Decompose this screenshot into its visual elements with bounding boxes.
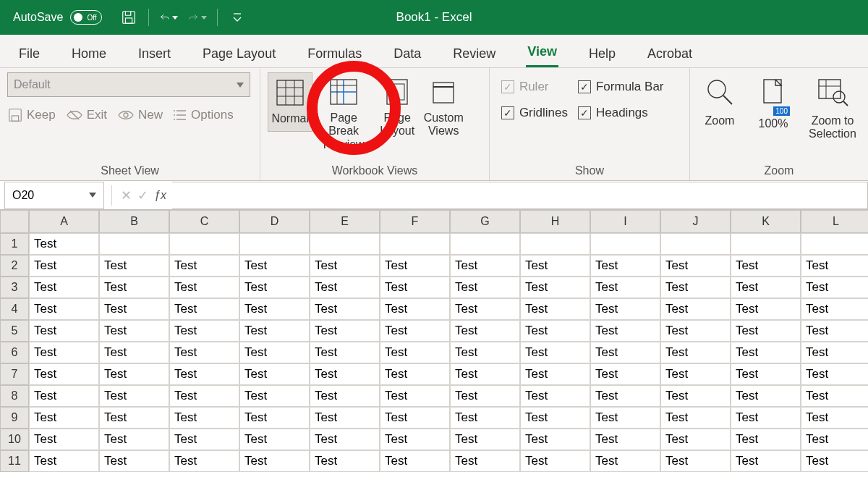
cell[interactable]: Test <box>660 407 731 429</box>
column-header[interactable]: E <box>310 210 380 233</box>
select-all-corner[interactable] <box>0 210 29 233</box>
cell[interactable]: Test <box>29 320 99 342</box>
cell[interactable]: Test <box>660 385 731 407</box>
cell[interactable]: Test <box>99 255 169 277</box>
cell[interactable]: Test <box>29 277 99 298</box>
cell[interactable]: Test <box>99 298 169 320</box>
cell[interactable]: Test <box>731 320 801 342</box>
fx-icon[interactable]: ƒx <box>154 189 166 202</box>
cell[interactable]: Test <box>450 255 520 277</box>
cell[interactable]: Test <box>239 342 310 363</box>
headings-checkbox[interactable]: ✓ Headings <box>578 106 664 120</box>
keep-button[interactable]: Keep <box>7 107 56 123</box>
cell[interactable] <box>169 233 239 255</box>
cancel-icon[interactable]: ✕ <box>121 187 132 203</box>
cell[interactable] <box>520 233 590 255</box>
tab-insert[interactable]: Insert <box>137 41 172 67</box>
page-break-preview-button[interactable]: Page Break Preview <box>314 72 373 157</box>
column-header[interactable]: A <box>29 210 99 233</box>
cell[interactable]: Test <box>450 429 520 450</box>
sheet-view-dropdown[interactable]: Default <box>7 72 250 97</box>
zoom-100-button[interactable]: 100 100% <box>751 77 796 130</box>
cell[interactable]: Test <box>731 385 801 407</box>
options-button[interactable]: Options <box>173 108 234 122</box>
column-header[interactable]: K <box>731 210 801 233</box>
cell[interactable]: Test <box>29 298 99 320</box>
cell[interactable]: Test <box>99 407 169 429</box>
cell[interactable]: Test <box>660 298 731 320</box>
column-header[interactable]: F <box>380 210 450 233</box>
cell[interactable]: Test <box>520 320 590 342</box>
cell[interactable]: Test <box>520 450 590 472</box>
cell[interactable]: Test <box>660 255 731 277</box>
cell[interactable]: Test <box>660 320 731 342</box>
cell[interactable]: Test <box>29 363 99 385</box>
row-header[interactable]: 9 <box>0 407 29 429</box>
cell[interactable]: Test <box>29 407 99 429</box>
cell[interactable]: Test <box>29 233 99 255</box>
cell[interactable]: Test <box>310 363 380 385</box>
cell[interactable]: Test <box>450 342 520 363</box>
cell[interactable]: Test <box>731 450 801 472</box>
cell[interactable]: Test <box>310 298 380 320</box>
formula-input[interactable] <box>172 182 868 209</box>
cell[interactable] <box>239 233 310 255</box>
cell[interactable]: Test <box>29 450 99 472</box>
gridlines-checkbox[interactable]: ✓ Gridlines <box>501 106 568 120</box>
cell[interactable]: Test <box>29 342 99 363</box>
cell[interactable]: Test <box>660 429 731 450</box>
row-header[interactable]: 2 <box>0 255 29 277</box>
page-layout-button[interactable]: Page Layout <box>375 72 420 144</box>
qat-customize-button[interactable] <box>228 9 247 26</box>
column-header[interactable]: D <box>239 210 310 233</box>
cell[interactable]: Test <box>169 320 239 342</box>
cell[interactable]: Test <box>169 363 239 385</box>
cell[interactable]: Test <box>239 298 310 320</box>
row-header[interactable]: 8 <box>0 385 29 407</box>
cell[interactable]: Test <box>310 450 380 472</box>
name-box[interactable]: O20 <box>4 182 104 209</box>
cell[interactable]: Test <box>169 385 239 407</box>
cell[interactable]: Test <box>310 342 380 363</box>
cell[interactable]: Test <box>380 363 450 385</box>
ruler-checkbox[interactable]: ✓ Ruler <box>501 80 568 94</box>
formula-bar-checkbox[interactable]: ✓ Formula Bar <box>578 80 664 94</box>
column-header[interactable]: H <box>520 210 590 233</box>
cell[interactable]: Test <box>450 277 520 298</box>
cell[interactable]: Test <box>590 277 660 298</box>
cell[interactable]: Test <box>801 255 868 277</box>
cell[interactable]: Test <box>239 363 310 385</box>
cell[interactable]: Test <box>660 342 731 363</box>
column-header[interactable]: I <box>590 210 660 233</box>
cell[interactable]: Test <box>169 298 239 320</box>
cell[interactable]: Test <box>660 363 731 385</box>
cell[interactable]: Test <box>99 385 169 407</box>
tab-help[interactable]: Help <box>587 41 617 67</box>
cell[interactable]: Test <box>239 320 310 342</box>
zoom-to-selection-button[interactable]: Zoom to Selection <box>804 77 861 140</box>
cell[interactable]: Test <box>520 429 590 450</box>
row-header[interactable]: 7 <box>0 363 29 385</box>
cell[interactable]: Test <box>731 429 801 450</box>
cell[interactable]: Test <box>731 277 801 298</box>
cell[interactable]: Test <box>239 407 310 429</box>
cell[interactable]: Test <box>380 429 450 450</box>
row-header[interactable]: 4 <box>0 298 29 320</box>
cell[interactable]: Test <box>801 363 868 385</box>
cell[interactable]: Test <box>731 298 801 320</box>
cell[interactable]: Test <box>590 450 660 472</box>
cell[interactable]: Test <box>29 385 99 407</box>
column-header[interactable]: G <box>450 210 520 233</box>
cell[interactable]: Test <box>520 277 590 298</box>
cell[interactable]: Test <box>450 385 520 407</box>
row-header[interactable]: 1 <box>0 233 29 255</box>
cell[interactable]: Test <box>169 450 239 472</box>
cell[interactable]: Test <box>169 407 239 429</box>
cell[interactable]: Test <box>731 363 801 385</box>
cell[interactable]: Test <box>310 320 380 342</box>
row-header[interactable]: 3 <box>0 277 29 298</box>
cell[interactable]: Test <box>450 363 520 385</box>
row-header[interactable]: 11 <box>0 450 29 472</box>
cell[interactable] <box>310 233 380 255</box>
cell[interactable]: Test <box>310 277 380 298</box>
